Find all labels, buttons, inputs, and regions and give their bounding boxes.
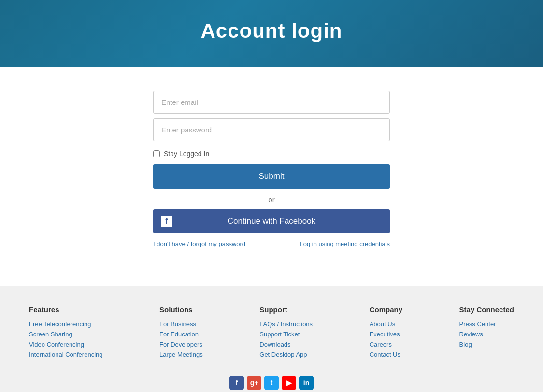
social-icon-facebook[interactable]: f — [229, 376, 244, 390]
stay-logged-in-label: Stay Logged In — [164, 150, 209, 158]
footer-col-3-link-3[interactable]: Contact Us — [370, 351, 402, 358]
footer-col-1-link-3[interactable]: Large Meetings — [159, 351, 203, 358]
footer-col-3-link-1[interactable]: Executives — [370, 331, 402, 338]
footer-col-2-link-1[interactable]: Support Ticket — [259, 331, 313, 338]
page-title: Account login — [0, 19, 543, 43]
footer-social: fg+t▶in — [29, 376, 514, 390]
social-icon-google-plus[interactable]: g+ — [247, 376, 261, 390]
footer-col-1-link-0[interactable]: For Business — [159, 320, 203, 328]
footer-grid: FeaturesFree TeleconferencingScreen Shar… — [29, 305, 514, 361]
or-divider: or — [153, 195, 390, 203]
facebook-button[interactable]: f Continue with Facebook — [153, 209, 390, 233]
footer-col-0-heading: Features — [29, 305, 103, 314]
footer: FeaturesFree TeleconferencingScreen Shar… — [0, 286, 543, 392]
email-input[interactable] — [153, 91, 390, 114]
facebook-icon-box: f — [161, 216, 172, 227]
footer-col-3-link-2[interactable]: Careers — [370, 341, 402, 348]
footer-col-3-heading: Company — [370, 305, 402, 314]
footer-col-2-heading: Support — [259, 305, 313, 314]
footer-col-1-link-1[interactable]: For Education — [159, 331, 203, 338]
footer-col-2-link-3[interactable]: Get Desktop App — [259, 351, 313, 358]
footer-col-0-link-1[interactable]: Screen Sharing — [29, 331, 103, 338]
footer-col-4: Stay ConnectedPress CenterReviewsBlog — [459, 305, 514, 361]
password-input[interactable] — [153, 118, 390, 141]
stay-logged-in-row: Stay Logged In — [153, 150, 390, 158]
footer-col-2-link-2[interactable]: Downloads — [259, 341, 313, 348]
facebook-icon: f — [161, 216, 172, 227]
footer-col-1-heading: Solutions — [159, 305, 203, 314]
forgot-password-link[interactable]: I don't have / forgot my password — [153, 240, 245, 247]
footer-col-4-heading: Stay Connected — [459, 305, 514, 314]
facebook-label: Continue with Facebook — [228, 217, 315, 226]
login-form: Stay Logged In Submit or f Continue with… — [153, 91, 390, 247]
footer-col-4-link-2[interactable]: Blog — [459, 341, 514, 348]
footer-col-2-link-0[interactable]: FAQs / Instructions — [259, 320, 313, 328]
meeting-credentials-link[interactable]: Log in using meeting credentials — [300, 240, 390, 247]
main-content: Stay Logged In Submit or f Continue with… — [0, 67, 543, 286]
footer-col-0-link-3[interactable]: International Conferencing — [29, 351, 103, 358]
footer-col-0-link-2[interactable]: Video Conferencing — [29, 341, 103, 348]
submit-button[interactable]: Submit — [153, 164, 390, 189]
footer-col-1-link-2[interactable]: For Developers — [159, 341, 203, 348]
footer-col-1: SolutionsFor BusinessFor EducationFor De… — [159, 305, 203, 361]
footer-col-3: CompanyAbout UsExecutivesCareersContact … — [370, 305, 402, 361]
footer-col-0-link-0[interactable]: Free Teleconferencing — [29, 320, 103, 328]
footer-col-2: SupportFAQs / InstructionsSupport Ticket… — [259, 305, 313, 361]
social-icon-twitter[interactable]: t — [264, 376, 279, 390]
social-icon-linkedin[interactable]: in — [299, 376, 314, 390]
links-row: I don't have / forgot my password Log in… — [153, 240, 390, 247]
footer-col-0: FeaturesFree TeleconferencingScreen Shar… — [29, 305, 103, 361]
footer-col-4-link-1[interactable]: Reviews — [459, 331, 514, 338]
page-header: Account login — [0, 0, 543, 67]
footer-col-3-link-0[interactable]: About Us — [370, 320, 402, 328]
stay-logged-in-checkbox[interactable] — [153, 150, 160, 157]
social-icon-youtube[interactable]: ▶ — [282, 376, 296, 390]
footer-col-4-link-0[interactable]: Press Center — [459, 320, 514, 328]
